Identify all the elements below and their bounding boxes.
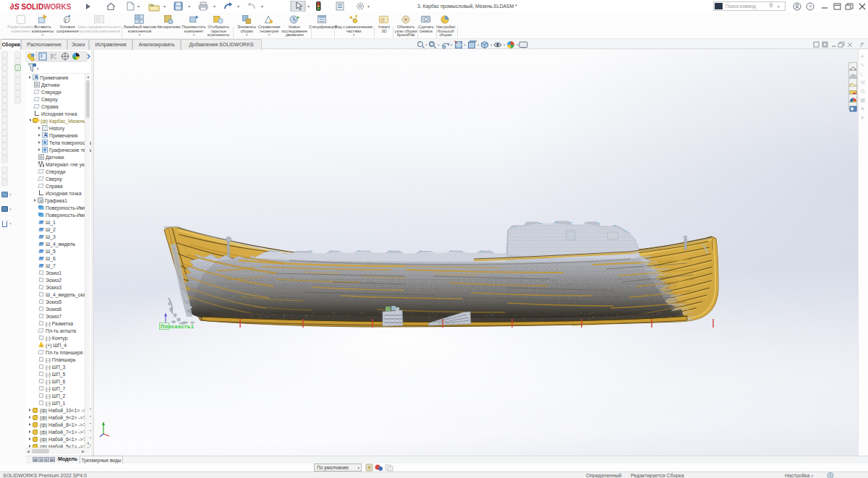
svg-text:▾: ▾ [451,43,453,47]
svg-text:▾: ▾ [464,43,466,47]
svg-text:▾: ▾ [425,43,427,47]
svg-text:▾: ▾ [490,43,493,47]
svg-text:i3: i3 [380,17,384,22]
svg-text:▾: ▾ [477,43,480,47]
svg-text:▾: ▾ [188,4,190,9]
svg-text:▾: ▾ [367,4,370,9]
svg-text:▾: ▾ [163,4,166,9]
svg-text:▾: ▾ [307,4,310,9]
svg-text:▾: ▾ [213,4,216,9]
svg-text:▾: ▾ [438,43,440,47]
svg-text:▾: ▾ [137,4,140,9]
svg-text:▾: ▾ [516,43,519,47]
svg-text:▾: ▾ [37,67,39,71]
svg-text:▾: ▾ [503,43,506,47]
svg-text:▾: ▾ [237,4,239,9]
svg-text:▾: ▾ [261,4,263,9]
svg-text:?: ? [809,4,812,10]
